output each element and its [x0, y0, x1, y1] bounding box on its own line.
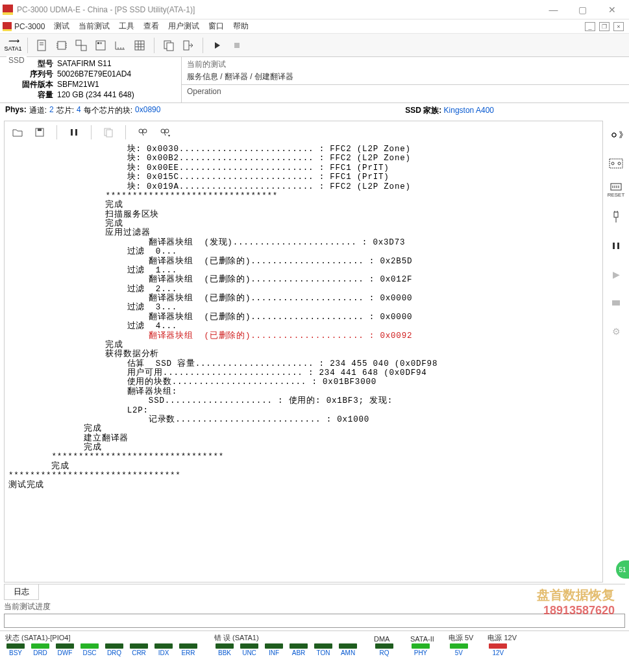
copy-icon[interactable] [99, 123, 117, 141]
console-line: 用户可用.......................... : 234 441… [8, 368, 598, 378]
menu-tools[interactable]: 工具 [119, 21, 134, 32]
menu-window[interactable]: 窗口 [208, 21, 224, 32]
tool-chip-icon[interactable] [53, 36, 71, 54]
side-play-icon[interactable]: ▶ [607, 265, 625, 283]
led-indicator [240, 643, 258, 649]
console-line: 过滤 2... [8, 285, 598, 294]
stop-button[interactable] [228, 36, 246, 54]
chip-small-icon[interactable] [607, 294, 625, 312]
led-indicator [130, 643, 148, 649]
channel-key: 通道: [29, 105, 47, 116]
tool-grid-icon[interactable] [130, 36, 149, 54]
mdi-minimize[interactable]: _ [585, 22, 595, 31]
console-output[interactable]: 块: 0x0030......................... : FFC… [5, 143, 602, 582]
menubar: PC-3000 测试 当前测试 工具 查看 用户测试 窗口 帮助 _ ❐ × [0, 19, 629, 34]
svg-rect-13 [97, 42, 99, 44]
board-icon[interactable] [607, 154, 625, 173]
console-line: 完成 [8, 219, 598, 228]
open-icon[interactable] [8, 123, 27, 141]
svg-line-40 [164, 132, 166, 136]
ssd-family-key: SSD 家族: [405, 106, 441, 115]
console-line: 过滤 4... [8, 322, 598, 331]
console-line: ******************************** [8, 471, 598, 480]
tab-log[interactable]: 日志 [4, 584, 39, 600]
svg-rect-14 [100, 42, 102, 44]
connector-icon[interactable] [607, 208, 625, 226]
led-indicator [31, 643, 49, 649]
tool-chips-icon[interactable] [72, 36, 90, 54]
led-indicator [105, 643, 123, 649]
led-label: INF [262, 649, 286, 656]
svg-rect-11 [81, 45, 86, 51]
led-indicator [154, 643, 173, 649]
console-line: ******************************** [8, 452, 598, 461]
close-button[interactable]: ✕ [597, 1, 626, 19]
led-indicator [290, 643, 308, 649]
led-label: BBK [213, 649, 236, 656]
menu-view[interactable]: 查看 [143, 21, 159, 32]
block-key: 每个芯片的块: [84, 105, 132, 116]
menu-user-test[interactable]: 用户测试 [168, 21, 199, 32]
led-cell: PHY [409, 643, 432, 656]
model-value: SATAFIRM S11 [57, 58, 112, 69]
led-indicator [314, 643, 332, 649]
fw-value: SBFM21W1 [57, 79, 99, 90]
led-cell: AMN [336, 643, 360, 656]
status-bar: 状态 (SATA1)-[PIO4]BSYDRDDWFDSCDRQCRRIDXER… [0, 630, 629, 658]
console-line: 获得数据分析 [8, 350, 598, 359]
svg-rect-49 [614, 212, 618, 217]
find-icon[interactable] [134, 123, 152, 141]
side-badge[interactable]: 51 [616, 560, 629, 579]
svg-rect-32 [75, 129, 77, 136]
play-button[interactable] [208, 36, 227, 54]
tool-exit-icon[interactable] [179, 36, 197, 54]
tool-doc-icon[interactable] [33, 36, 51, 54]
console-panel: 块: 0x0030......................... : FFC… [4, 121, 603, 582]
led-cell: BBK [213, 643, 236, 656]
console-line: 翻译器块组 (已删除的)..................... : 0x00… [8, 331, 598, 341]
tool-map-icon[interactable] [92, 36, 110, 54]
status-group-header: 电源 12V [486, 633, 517, 643]
led-cell: DRQ [103, 643, 126, 656]
mdi-close[interactable]: × [613, 22, 624, 31]
operation-label: Operation [187, 87, 221, 96]
svg-point-42 [611, 162, 614, 165]
menu-test[interactable]: 测试 [54, 21, 69, 32]
menu-help[interactable]: 帮助 [233, 21, 249, 32]
titlebar: PC-3000 UDMA-E - China - [PS SSD Utility… [0, 0, 629, 19]
sata-button[interactable]: SATA1 [4, 36, 22, 54]
pause-icon[interactable] [65, 123, 83, 141]
chip-key: 芯片: [56, 105, 74, 116]
led-label: 12V [486, 649, 510, 656]
reset-button[interactable]: RESET [607, 183, 625, 198]
minimize-button[interactable]: — [539, 1, 568, 19]
status-group: SATA-IIPHY [409, 635, 434, 656]
find-next-icon[interactable] [156, 123, 174, 141]
save-icon[interactable] [31, 123, 49, 141]
led-label: DSC [78, 649, 101, 656]
tool-copy-icon[interactable] [160, 36, 178, 54]
console-line: 完成 [8, 200, 598, 210]
side-pause-icon[interactable] [607, 237, 625, 255]
menu-app[interactable]: PC-3000 [14, 22, 45, 31]
svg-rect-26 [167, 43, 173, 51]
menu-current-test[interactable]: 当前测试 [79, 21, 110, 32]
tabs-row: 日志 [4, 584, 625, 600]
main-toolbar: SATA1 [0, 34, 629, 57]
led-label: PHY [409, 649, 432, 656]
current-test-box: 当前的测试 服务信息 / 翻译器 / 创建翻译器 [182, 57, 629, 85]
power-icon[interactable]: ⭘⟫ [607, 126, 625, 144]
led-indicator [339, 643, 357, 649]
svg-point-36 [143, 129, 147, 133]
maximize-button[interactable]: ▢ [568, 1, 597, 19]
gear-icon[interactable]: ⚙ [607, 322, 625, 341]
ssd-family-value: Kingston A400 [444, 106, 494, 115]
console-line: 翻译器块组 (已删除的)..................... : 0x00… [8, 294, 598, 303]
led-indicator [450, 643, 468, 649]
info-row: SSD 型号SATAFIRM S11 序列号50026B7E79E01AD4 固… [0, 57, 629, 103]
led-indicator [179, 643, 197, 649]
mdi-restore[interactable]: ❐ [599, 22, 610, 31]
channel-value: 2 [49, 105, 54, 116]
led-label: IDX [152, 649, 175, 656]
tool-ruler-icon[interactable] [111, 36, 129, 54]
